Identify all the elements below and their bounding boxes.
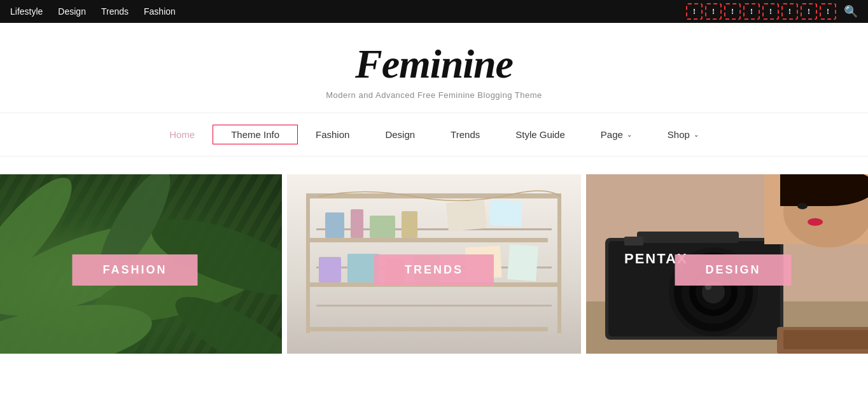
warning-icon-6: ! — [781, 3, 798, 20]
nav-item-trends[interactable]: Trends — [433, 125, 498, 144]
card-design-label: DESIGN — [675, 254, 791, 286]
site-title: Feminine — [0, 42, 868, 87]
cards-section: FASHION — [0, 156, 868, 354]
top-bar: Lifestyle Design Trends Fashion ! ! ! ! … — [0, 0, 868, 23]
nav-item-home[interactable]: Home — [151, 125, 213, 144]
top-bar-nav: Lifestyle Design Trends Fashion — [10, 6, 176, 17]
card-trends[interactable]: TRENDS — [287, 174, 581, 354]
nav-item-theme-info[interactable]: Theme Info — [213, 125, 298, 144]
nav-item-shop[interactable]: Shop ⌄ — [650, 125, 717, 144]
warning-icon-7: ! — [801, 3, 817, 20]
page-chevron-icon: ⌄ — [627, 131, 632, 138]
top-bar-right: ! ! ! ! ! ! ! ! 🔍 — [686, 3, 858, 20]
warning-icon-4: ! — [743, 3, 760, 20]
svg-rect-15 — [325, 212, 344, 238]
card-fashion[interactable]: FASHION — [0, 174, 282, 354]
svg-point-47 — [808, 218, 823, 226]
svg-rect-23 — [446, 200, 487, 232]
nav-item-design[interactable]: Design — [367, 125, 433, 144]
topbar-link-trends[interactable]: Trends — [101, 6, 129, 17]
search-icon: 🔍 — [844, 5, 858, 18]
topbar-link-fashion[interactable]: Fashion — [144, 6, 176, 17]
card-trends-label: TRENDS — [374, 254, 494, 286]
svg-rect-46 — [780, 174, 828, 206]
svg-rect-26 — [507, 244, 538, 281]
topbar-link-design[interactable]: Design — [58, 6, 86, 17]
main-nav: Home Theme Info Fashion Design Trends St… — [0, 113, 868, 156]
warning-icon-8: ! — [820, 3, 836, 20]
svg-rect-24 — [489, 200, 522, 227]
svg-rect-42 — [783, 330, 868, 349]
warning-icon-2: ! — [705, 3, 722, 20]
warning-icon-1: ! — [686, 3, 703, 20]
svg-rect-14 — [557, 193, 561, 333]
search-button[interactable]: 🔍 — [844, 4, 858, 18]
nav-item-page[interactable]: Page ⌄ — [583, 125, 650, 144]
site-subtitle: Modern and Advanced Free Feminine Bloggi… — [0, 90, 868, 100]
svg-rect-18 — [402, 211, 417, 238]
nav-item-fashion[interactable]: Fashion — [298, 125, 367, 144]
svg-rect-19 — [319, 257, 341, 282]
warning-icon-3: ! — [724, 3, 741, 20]
svg-rect-12 — [306, 327, 548, 331]
card-design[interactable]: PENTAX DESIGN — [586, 174, 868, 354]
warning-icon-5: ! — [762, 3, 779, 20]
svg-rect-10 — [306, 238, 548, 242]
svg-rect-9 — [306, 193, 561, 198]
card-fashion-label: FASHION — [72, 254, 197, 286]
svg-rect-13 — [306, 193, 310, 333]
site-header: Feminine Modern and Advanced Free Femini… — [0, 23, 868, 113]
svg-rect-16 — [351, 209, 363, 238]
topbar-link-lifestyle[interactable]: Lifestyle — [10, 6, 43, 17]
nav-item-style-guide[interactable]: Style Guide — [498, 125, 583, 144]
svg-point-48 — [797, 203, 808, 209]
svg-rect-39 — [624, 237, 643, 246]
svg-rect-17 — [370, 216, 395, 238]
svg-rect-38 — [637, 232, 739, 243]
shop-chevron-icon: ⌄ — [694, 131, 699, 138]
